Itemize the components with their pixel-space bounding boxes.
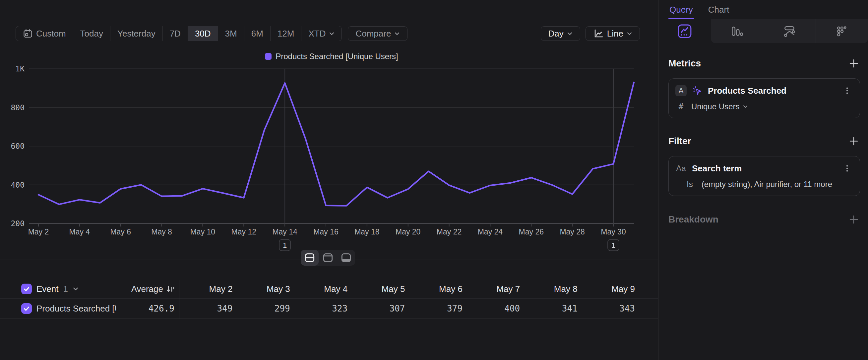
view-tab-insights[interactable] xyxy=(658,19,711,43)
add-metric-button[interactable] xyxy=(847,57,860,70)
svg-text:1: 1 xyxy=(611,241,615,249)
view-tab-flow[interactable] xyxy=(763,19,816,43)
tab-query[interactable]: Query xyxy=(670,0,693,19)
x-axis-label: May 2 xyxy=(28,227,49,236)
filter-card[interactable]: Aa Search term Is (empty string), Air pu… xyxy=(669,156,860,196)
string-type-icon: Aa xyxy=(675,164,687,173)
x-axis-label: May 18 xyxy=(354,227,379,236)
breakdown-section-header: Breakdown xyxy=(669,213,860,226)
chevron-down-icon[interactable] xyxy=(72,286,79,292)
event-header-cell[interactable]: Event 1 xyxy=(21,284,116,294)
annotation-badge[interactable]: 1 xyxy=(608,240,619,251)
table-cell: 307 xyxy=(351,304,409,313)
x-axis-label: May 6 xyxy=(110,227,131,236)
filter-operator[interactable]: Is xyxy=(687,180,693,189)
y-axis-label: 400 xyxy=(10,181,25,189)
x-axis-label: May 28 xyxy=(560,227,585,236)
table-cell: 341 xyxy=(524,304,581,313)
line-chart: 2004006008001KMay 2May 4May 6May 8May 10… xyxy=(0,0,658,262)
x-axis-label: May 16 xyxy=(313,227,338,236)
insights-report: CustomTodayYesterday7D30D3M6M12MXTD Comp… xyxy=(0,0,868,360)
sort-icon xyxy=(166,284,175,294)
layout-top-icon xyxy=(321,251,334,264)
table-header-row: Event 1 Average May 2May 3May 4May 5May … xyxy=(0,280,658,299)
table-cell: 299 xyxy=(237,304,294,313)
filter-condition-row: Is (empty string), Air purifier, or 11 m… xyxy=(675,180,853,189)
average-header-cell[interactable]: Average xyxy=(116,284,179,294)
date-column-header[interactable]: May 3 xyxy=(237,284,294,294)
tab-chart-label: Chart xyxy=(708,5,730,15)
results-table: Event 1 Average May 2May 3May 4May 5May … xyxy=(0,280,658,319)
query-sidebar: Query Chart xyxy=(658,0,868,360)
metric-aggregation-row: # Unique Users xyxy=(675,102,853,111)
tab-chart[interactable]: Chart xyxy=(708,0,730,19)
aggregation-dropdown[interactable]: Unique Users xyxy=(691,102,748,111)
kebab-icon xyxy=(842,164,852,173)
y-axis-label: 800 xyxy=(10,103,25,112)
layout-split-button[interactable] xyxy=(301,250,319,266)
plus-icon xyxy=(849,58,859,68)
table-cell: 400 xyxy=(466,304,524,313)
add-filter-button[interactable] xyxy=(847,135,860,147)
view-type-tabs xyxy=(658,19,868,43)
table-cell: 379 xyxy=(409,304,466,313)
layout-chart-only-button[interactable] xyxy=(319,250,337,266)
table-row[interactable]: Products Searched [Un... 426.9 349299323… xyxy=(0,299,658,319)
insights-line-icon xyxy=(677,24,692,39)
view-tab-more[interactable] xyxy=(816,19,868,43)
table-column-divider xyxy=(179,280,179,319)
layout-split-icon xyxy=(303,251,316,264)
average-label: Average xyxy=(131,284,163,294)
layout-toggle xyxy=(301,250,355,266)
x-axis-label: May 10 xyxy=(190,227,215,236)
x-axis-label: May 4 xyxy=(69,227,90,236)
x-axis-label: May 20 xyxy=(396,227,421,236)
breakdown-heading: Breakdown xyxy=(669,214,718,225)
date-column-header[interactable]: May 9 xyxy=(582,284,639,294)
select-all-checkbox[interactable] xyxy=(21,284,32,294)
metric-kebab-button[interactable] xyxy=(841,85,853,96)
date-column-header[interactable]: May 5 xyxy=(351,284,409,294)
table-cell: 349 xyxy=(179,304,237,313)
main-panel: CustomTodayYesterday7D30D3M6M12MXTD Comp… xyxy=(0,0,658,360)
bar-chart-icon xyxy=(729,24,744,39)
filter-property-name: Search term xyxy=(692,163,836,174)
y-axis-label: 600 xyxy=(10,142,25,150)
table-cell: 343 xyxy=(582,304,639,313)
metric-name: Products Searched xyxy=(708,86,836,96)
date-column-header[interactable]: May 4 xyxy=(294,284,351,294)
x-axis-label: May 24 xyxy=(478,227,503,236)
filter-card-row: Aa Search term xyxy=(675,162,853,174)
view-tab-bar[interactable] xyxy=(711,19,763,43)
tab-query-label: Query xyxy=(670,5,693,15)
date-column-header[interactable]: May 2 xyxy=(179,284,237,294)
filter-kebab-button[interactable] xyxy=(841,162,853,174)
metrics-section-header: Metrics xyxy=(669,57,860,70)
annotation-badge[interactable]: 1 xyxy=(279,240,290,251)
flow-icon xyxy=(782,24,797,39)
x-axis-label: May 30 xyxy=(601,227,626,236)
sidebar-tabs: Query Chart xyxy=(658,0,868,19)
metric-card-row: A Products Searched xyxy=(675,85,853,96)
x-axis-label: May 22 xyxy=(437,227,462,236)
filter-section-header: Filter xyxy=(669,135,860,147)
date-column-header[interactable]: May 8 xyxy=(524,284,581,294)
aggregation-label: Unique Users xyxy=(691,102,739,111)
metric-letter-badge: A xyxy=(675,85,687,96)
series-name-cell: Products Searched [Un... xyxy=(21,303,116,314)
add-breakdown-button[interactable] xyxy=(847,213,860,226)
layout-table-only-button[interactable] xyxy=(337,250,355,266)
event-label: Event xyxy=(36,284,59,294)
kebab-icon xyxy=(842,86,852,95)
filter-value[interactable]: (empty string), Air purifier, or 11 more xyxy=(702,180,832,189)
event-count: 1 xyxy=(63,284,68,294)
sidebar-body: Metrics A Products Searched xyxy=(658,57,868,226)
x-axis-label: May 26 xyxy=(519,227,544,236)
svg-text:1: 1 xyxy=(283,241,287,249)
metric-card[interactable]: A Products Searched # Unique Users xyxy=(669,78,860,118)
date-column-header[interactable]: May 6 xyxy=(409,284,466,294)
series-line xyxy=(38,82,634,206)
chevron-down-icon xyxy=(743,104,748,109)
date-column-header[interactable]: May 7 xyxy=(466,284,524,294)
row-checkbox[interactable] xyxy=(21,303,32,314)
